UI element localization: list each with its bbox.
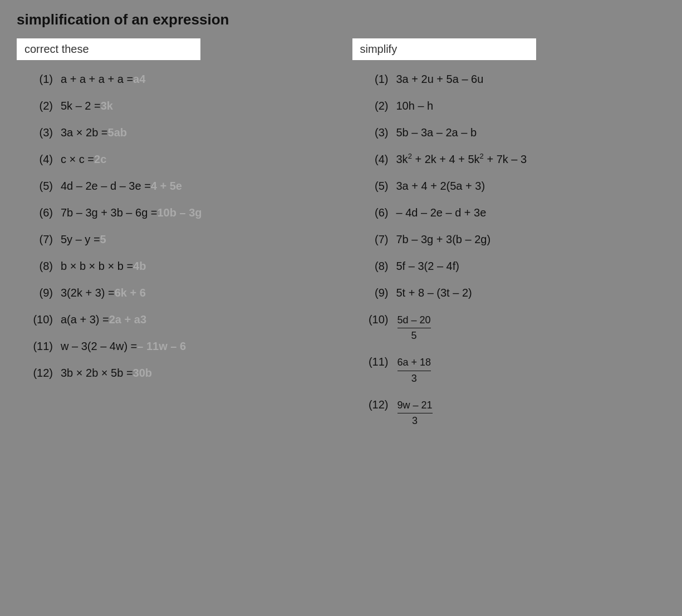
left-problem-item: (7)5y – y = 5 xyxy=(17,226,330,253)
left-problem-item: (9)3(2k + 3) = 6k + 6 xyxy=(17,279,330,306)
right-problem-item: (1)3a + 2u + 5a – 6u xyxy=(352,66,666,92)
problem-number: (9) xyxy=(22,285,53,300)
right-problem-item: (10)5d – 205 xyxy=(352,306,666,348)
problem-number: (4) xyxy=(22,151,53,167)
left-problem-item: (2)5k – 2 = 3k xyxy=(17,92,330,119)
left-column-header: correct these xyxy=(17,38,200,60)
right-problem-item: (3)5b – 3a – 2a – b xyxy=(352,119,666,146)
right-problem-item: (9)5t + 8 – (3t – 2) xyxy=(352,279,666,306)
problem-answer: 2a + a3 xyxy=(109,312,146,327)
problem-expression: 5t + 8 – (3t – 2) xyxy=(396,285,472,300)
problem-answer: 4 + 5e xyxy=(151,178,182,194)
left-problem-item: (4)c × c = 2c xyxy=(17,146,330,173)
problem-expression: 7b – 3g + 3(b – 2g) xyxy=(396,231,491,247)
left-problem-item: (6)7b – 3g + 3b – 6g = 10b – 3g xyxy=(17,199,330,226)
problem-answer: 6k + 6 xyxy=(115,285,146,300)
problem-expression: w – 3(2 – 4w) = xyxy=(61,338,137,354)
problem-fraction: 9w – 213 xyxy=(398,398,433,428)
problem-answer: 4b xyxy=(133,258,146,274)
right-column: simplify (1)3a + 2u + 5a – 6u(2)10h – h(… xyxy=(352,38,666,433)
problem-expression: 3(2k + 3) = xyxy=(61,285,115,300)
problem-expression: 5k – 2 = xyxy=(61,98,101,114)
problem-expression: 5f – 3(2 – 4f) xyxy=(396,258,459,274)
problem-number: (3) xyxy=(22,125,53,140)
problem-number: (10) xyxy=(22,312,53,327)
left-problem-item: (11)w – 3(2 – 4w) = – 11w – 6 xyxy=(17,333,330,359)
problem-expression: 3k2 + 2k + 4 + 5k2 + 7k – 3 xyxy=(396,151,527,167)
problem-expression: 3b × 2b × 5b = xyxy=(61,365,133,381)
problem-expression: 3a + 4 + 2(5a + 3) xyxy=(396,178,485,194)
problem-number: (2) xyxy=(22,98,53,114)
right-problem-item: (12)9w – 213 xyxy=(352,391,666,433)
left-problem-item: (12)3b × 2b × 5b = 30b xyxy=(17,359,330,386)
problem-number: (4) xyxy=(358,151,389,167)
left-problem-item: (5)4d – 2e – d – 3e = 4 + 5e xyxy=(17,173,330,199)
problem-answer: a4 xyxy=(133,71,145,87)
problem-number: (12) xyxy=(358,397,389,412)
problem-answer: 30b xyxy=(133,365,152,381)
problem-expression: a + a + a + a = xyxy=(61,71,133,87)
problem-number: (9) xyxy=(358,285,389,300)
right-problem-item: (8)5f – 3(2 – 4f) xyxy=(352,253,666,279)
right-problem-item: (6)– 4d – 2e – d + 3e xyxy=(352,199,666,226)
problem-expression: a(a + 3) = xyxy=(61,312,109,327)
problem-number: (7) xyxy=(22,231,53,247)
fraction-numerator: 5d – 20 xyxy=(398,313,431,328)
problem-number: (8) xyxy=(358,258,389,274)
left-problem-item: (10)a(a + 3) = 2a + a3 xyxy=(17,306,330,333)
left-problem-item: (3)3a × 2b = 5ab xyxy=(17,119,330,146)
problem-answer: 5ab xyxy=(108,125,127,140)
right-problem-item: (7)7b – 3g + 3(b – 2g) xyxy=(352,226,666,253)
problem-expression: 10h – h xyxy=(396,98,434,114)
problem-number: (1) xyxy=(22,71,53,87)
problem-number: (10) xyxy=(358,312,389,327)
problem-expression: 5b – 3a – 2a – b xyxy=(396,125,477,140)
problem-number: (6) xyxy=(358,205,389,220)
problem-answer: 3k xyxy=(101,98,113,114)
right-problem-item: (5)3a + 4 + 2(5a + 3) xyxy=(352,173,666,199)
problem-expression: 7b – 3g + 3b – 6g = xyxy=(61,205,158,220)
problem-answer: 2c xyxy=(94,151,106,167)
problem-expression: c × c = xyxy=(61,151,94,167)
left-problem-list: (1)a + a + a + a = a4(2)5k – 2 = 3k(3)3a… xyxy=(17,66,330,386)
problem-number: (3) xyxy=(358,125,389,140)
right-problem-item: (11)6a + 183 xyxy=(352,348,666,391)
problem-number: (11) xyxy=(22,338,53,354)
problem-number: (7) xyxy=(358,231,389,247)
left-problem-item: (1)a + a + a + a = a4 xyxy=(17,66,330,92)
problem-answer: 10b – 3g xyxy=(158,205,202,220)
left-problem-item: (8)b × b × b × b = 4b xyxy=(17,253,330,279)
fraction-denominator: 3 xyxy=(412,413,418,428)
problem-number: (12) xyxy=(22,365,53,381)
fraction-denominator: 3 xyxy=(411,371,417,386)
page-title: simplification of an expression xyxy=(17,11,665,28)
problem-number: (11) xyxy=(358,354,389,369)
right-problem-item: (4)3k2 + 2k + 4 + 5k2 + 7k – 3 xyxy=(352,146,666,173)
fraction-denominator: 5 xyxy=(411,328,417,343)
problem-number: (2) xyxy=(358,98,389,114)
problem-expression: 5y – y = xyxy=(61,231,100,247)
right-problem-item: (2)10h – h xyxy=(352,92,666,119)
fraction-numerator: 6a + 18 xyxy=(398,356,431,371)
problem-number: (8) xyxy=(22,258,53,274)
problem-answer: 5 xyxy=(100,231,106,247)
right-problem-list: (1)3a + 2u + 5a – 6u(2)10h – h(3)5b – 3a… xyxy=(352,66,666,433)
right-column-header: simplify xyxy=(352,38,536,60)
problem-expression: b × b × b × b = xyxy=(61,258,133,274)
problem-expression: 3a + 2u + 5a – 6u xyxy=(396,71,484,87)
problem-expression: – 4d – 2e – d + 3e xyxy=(396,205,487,220)
problem-answer: – 11w – 6 xyxy=(137,338,186,354)
problem-fraction: 6a + 183 xyxy=(398,356,431,385)
problem-number: (6) xyxy=(22,205,53,220)
problem-number: (5) xyxy=(358,178,389,194)
left-column: correct these (1)a + a + a + a = a4(2)5k… xyxy=(17,38,330,386)
problem-expression: 4d – 2e – d – 3e = xyxy=(61,178,151,194)
problem-fraction: 5d – 205 xyxy=(398,313,431,343)
problem-expression: 3a × 2b = xyxy=(61,125,108,140)
fraction-numerator: 9w – 21 xyxy=(398,398,433,413)
problem-number: (1) xyxy=(358,71,389,87)
problem-number: (5) xyxy=(22,178,53,194)
